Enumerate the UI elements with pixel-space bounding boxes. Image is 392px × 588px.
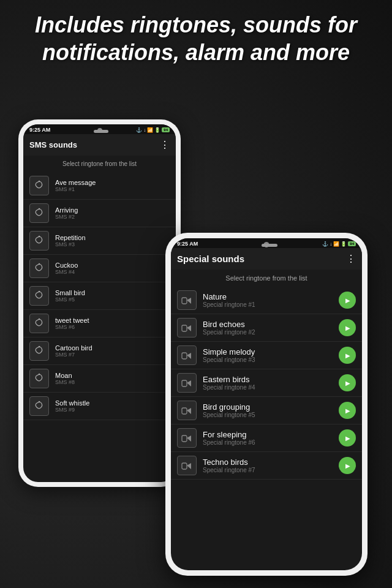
ringtone-sub: SMS #8 (55, 379, 170, 385)
svg-point-6 (39, 346, 40, 347)
list-item[interactable]: Soft whistle SMS #9 (23, 393, 176, 420)
ringtone-info: Eastern birds Special ringtone #4 (203, 375, 333, 391)
list-item[interactable]: Small bird SMS #5 (23, 282, 176, 310)
play-button[interactable] (339, 374, 356, 391)
play-button[interactable] (339, 457, 356, 474)
svg-point-8 (39, 401, 40, 402)
list-item[interactable]: Bird grouping Special ringtone #5 (171, 397, 362, 424)
svg-point-0 (39, 181, 40, 182)
ringtone-sub: Special ringtone #1 (203, 301, 333, 308)
ringtone-info: Soft whistle SMS #9 (55, 399, 170, 413)
ringtone-icon (29, 258, 49, 278)
ringtone-info: Bird echoes Special ringtone #2 (203, 320, 333, 336)
svg-rect-13 (182, 408, 187, 414)
phone1-ringtone-list: Ave message SMS #1 Arriving SMS #2 Rep (23, 172, 176, 482)
ringtone-icon (177, 345, 197, 365)
list-item[interactable]: Nature Special ringtone #1 (171, 287, 362, 314)
phone1-subtitle: Select ringtone from the list (23, 156, 176, 172)
list-item[interactable]: Eastern birds Special ringtone #4 (171, 369, 362, 397)
list-item[interactable]: Cartoon bird SMS #7 (23, 337, 176, 365)
phone2-battery: 94 (348, 241, 356, 246)
play-button[interactable] (339, 292, 356, 309)
ringtone-name: Cartoon bird (55, 344, 170, 352)
list-item[interactable]: tweet tweet SMS #6 (23, 310, 176, 337)
phone2-subtitle: Select ringtone from the list (171, 270, 362, 287)
ringtone-info: Nature Special ringtone #1 (203, 292, 333, 308)
ringtone-info: tweet tweet SMS #6 (55, 317, 170, 330)
ringtone-info: Bird grouping Special ringtone #5 (203, 402, 333, 418)
play-button[interactable] (339, 429, 356, 447)
ringtone-icon (29, 369, 49, 388)
ringtone-sub: SMS #2 (55, 214, 170, 220)
hero-title: Includes ringtones, sounds for notificat… (0, 11, 392, 66)
phone2-app-bar: Special sounds ⋮ (171, 248, 362, 270)
ringtone-info: Simple melody Special ringtone #3 (203, 347, 333, 363)
ringtone-icon (177, 401, 197, 420)
ringtone-sub: SMS #9 (55, 407, 170, 413)
ringtone-icon (29, 231, 49, 251)
ringtone-sub: SMS #3 (55, 241, 170, 247)
ringtone-name: Soft whistle (55, 399, 170, 407)
svg-point-7 (39, 374, 40, 375)
phone1-device: 9:25 AM ⚓ ↓ 📶 🔋 94 SMS sounds ⋮ Select r… (18, 119, 181, 487)
list-item[interactable]: Techno birds Special ringtone #7 (171, 452, 362, 480)
list-item[interactable]: Simple melody Special ringtone #3 (171, 342, 362, 369)
svg-point-4 (39, 291, 40, 292)
ringtone-sub: SMS #7 (55, 352, 170, 358)
phone1-status-bar: 9:25 AM ⚓ ↓ 📶 🔋 94 (23, 124, 176, 134)
phone2-status-icons: ⚓ ↓ 📶 🔋 94 (322, 241, 356, 247)
ringtone-name: Eastern birds (203, 375, 333, 384)
list-item[interactable]: Arriving SMS #2 (23, 200, 176, 227)
ringtone-info: Ave message SMS #1 (55, 179, 170, 192)
svg-point-2 (39, 236, 40, 237)
phone1-menu-button[interactable]: ⋮ (160, 139, 170, 151)
phone2-menu-button[interactable]: ⋮ (346, 253, 356, 265)
list-item[interactable]: Moan SMS #8 (23, 365, 176, 393)
ringtone-name: Techno birds (203, 458, 333, 467)
ringtone-name: Arriving (55, 206, 170, 214)
list-item[interactable]: Ave message SMS #1 (23, 172, 176, 200)
phone2-time: 9:25 AM (177, 241, 198, 247)
ringtone-icon (177, 318, 197, 337)
ringtone-sub: Special ringtone #2 (203, 329, 333, 336)
ringtone-name: Small bird (55, 289, 170, 296)
ringtone-icon (29, 396, 49, 416)
ringtone-icon (29, 341, 49, 361)
ringtone-name: Moan (55, 372, 170, 379)
ringtone-info: Repetition SMS #3 (55, 234, 170, 247)
list-item[interactable]: For sleeping Special ringtone #6 (171, 424, 362, 452)
svg-point-5 (39, 318, 40, 320)
list-item[interactable]: Bird echoes Special ringtone #2 (171, 314, 362, 342)
ringtone-name: Ave message (55, 179, 170, 186)
ringtone-icon (29, 203, 49, 223)
ringtone-sub: Special ringtone #5 (203, 412, 333, 418)
ringtone-sub: SMS #4 (55, 269, 170, 275)
phone1-battery: 94 (162, 127, 170, 132)
phone1-app-title: SMS sounds (29, 140, 77, 149)
ringtone-sub: Special ringtone #4 (203, 384, 333, 391)
play-button[interactable] (339, 402, 356, 419)
svg-rect-15 (182, 463, 187, 469)
list-item[interactable]: Repetition SMS #3 (23, 227, 176, 255)
ringtone-sub: Special ringtone #6 (203, 439, 333, 446)
phone1-app-bar: SMS sounds ⋮ (23, 134, 176, 156)
play-button[interactable] (339, 319, 356, 336)
svg-point-1 (39, 208, 40, 209)
ringtone-info: Small bird SMS #5 (55, 289, 170, 303)
ringtone-sub: SMS #5 (55, 296, 170, 303)
svg-rect-10 (182, 325, 187, 331)
ringtone-sub: Special ringtone #7 (203, 467, 333, 473)
phone2-app-title: Special sounds (177, 254, 244, 264)
ringtone-info: Cartoon bird SMS #7 (55, 344, 170, 358)
phone2-status-bar: 9:25 AM ⚓ ↓ 📶 🔋 94 (171, 238, 362, 248)
list-item[interactable]: Cuckoo SMS #4 (23, 255, 176, 282)
ringtone-info: Cuckoo SMS #4 (55, 262, 170, 275)
phone1-status-icons: ⚓ ↓ 📶 🔋 94 (136, 127, 170, 133)
play-button[interactable] (339, 347, 356, 364)
ringtone-icon (177, 428, 197, 448)
ringtone-sub: SMS #1 (55, 186, 170, 192)
ringtone-name: Bird grouping (203, 402, 333, 412)
ringtone-info: For sleeping Special ringtone #6 (203, 430, 333, 446)
svg-rect-11 (182, 353, 187, 359)
ringtone-icon (29, 314, 49, 333)
